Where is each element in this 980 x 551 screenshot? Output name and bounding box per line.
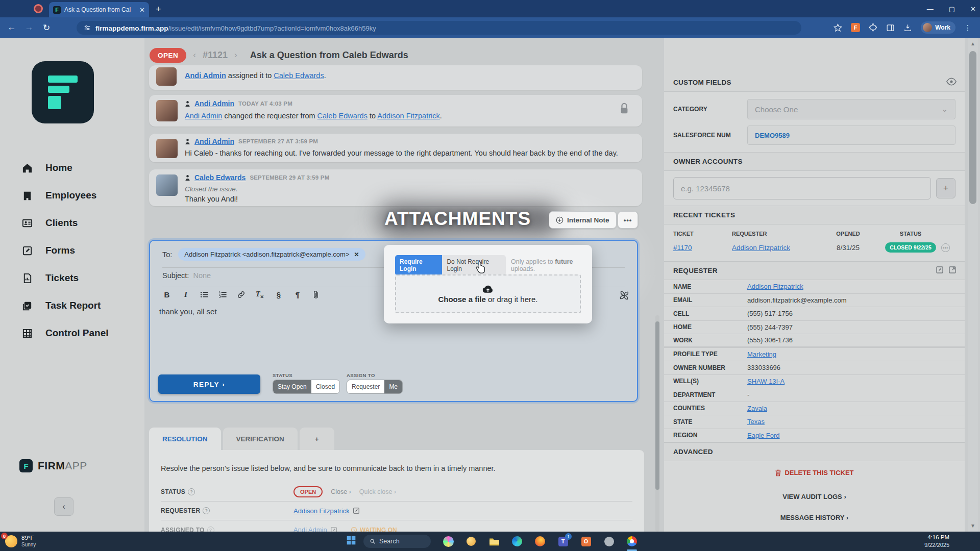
bullet-list-icon[interactable] [200, 291, 209, 298]
window-minimize-button[interactable]: — [927, 5, 934, 13]
paragraph-icon[interactable]: ¶ [293, 290, 302, 299]
site-settings-icon[interactable] [84, 24, 91, 32]
old-requester-link[interactable]: Caleb Edwards [317, 112, 368, 120]
reply-body-input[interactable]: thank you, all set [159, 307, 217, 316]
next-ticket-icon[interactable]: › [234, 50, 237, 60]
start-button[interactable] [346, 535, 356, 547]
target-link[interactable]: Caleb Edwards [274, 71, 324, 80]
italic-icon[interactable]: I [181, 290, 190, 299]
recipient-chip[interactable]: Addison Fitzpatrick <addison.fitzpatrick… [178, 248, 365, 261]
scroll-down-icon[interactable]: ▼ [968, 523, 978, 529]
window-maximize-button[interactable]: ▢ [949, 5, 955, 13]
copilot-icon[interactable] [442, 535, 454, 547]
tab-verification[interactable]: VERIFICATION [223, 428, 298, 450]
bookmark-star-icon[interactable] [834, 23, 842, 32]
prev-ticket-icon[interactable]: ‹ [193, 50, 196, 60]
help-icon[interactable]: ? [188, 488, 195, 495]
new-requester-link[interactable]: Addison Fitzpatrick [377, 112, 440, 120]
edit-box-icon[interactable] [353, 507, 360, 514]
owner-account-input[interactable]: e.g. 12345678 [673, 177, 931, 199]
taskbar-clock[interactable]: 4:16 PM 9/22/2025 [924, 534, 949, 549]
teams-icon[interactable]: T1 [557, 535, 569, 547]
bold-icon[interactable]: B [162, 290, 172, 299]
tab-resolution[interactable]: RESOLUTION [149, 428, 221, 450]
browser-tab[interactable]: F Ask a Question from Caleb Edw ✕ [49, 2, 149, 17]
delete-ticket-button[interactable]: DELETE THIS TICKET [664, 464, 965, 481]
browser-profile-chip[interactable]: Work [921, 21, 955, 34]
link-icon[interactable] [237, 290, 246, 299]
section-icon[interactable]: § [274, 290, 283, 299]
eye-icon[interactable] [946, 78, 957, 86]
settings-app-icon[interactable] [603, 535, 615, 547]
browser-menu-icon[interactable]: ⋮ [964, 23, 972, 32]
view-audit-logs-link[interactable]: VIEW AUDIT LOGS › [664, 488, 965, 505]
do-not-require-login-toggle[interactable]: Do Not Require Login [442, 255, 506, 276]
region-link[interactable]: Eagle Ford [747, 432, 780, 439]
state-link[interactable]: Texas [747, 418, 765, 425]
firefox-icon[interactable] [534, 535, 546, 547]
closed-toggle[interactable]: Closed [311, 380, 339, 393]
reply-button[interactable]: REPLY › [158, 374, 260, 394]
clear-format-icon[interactable]: T✕ [255, 290, 264, 299]
taskbar-search[interactable]: Search [363, 535, 431, 548]
forward-icon[interactable]: → [20, 22, 38, 33]
ticket-row-more-icon[interactable]: ••• [941, 243, 950, 252]
sidebar-item-clients[interactable]: Clients [0, 209, 144, 237]
requester-name-link[interactable]: Addison Fitzpatrick [747, 283, 803, 290]
ticket-link[interactable]: #1170 [673, 244, 732, 252]
attachments-more-button[interactable]: ••• [618, 211, 638, 229]
edit-icon[interactable] [936, 266, 944, 274]
author-link[interactable]: Andi Admin [194, 99, 234, 108]
counties-link[interactable]: Zavala [747, 405, 767, 412]
profile-type-link[interactable]: Marketing [747, 350, 776, 358]
salesforce-input[interactable]: DEMO9589 [747, 126, 955, 145]
author-link[interactable]: Andi Admin [185, 71, 226, 80]
numbered-list-icon[interactable] [218, 291, 227, 298]
firmapp-logo[interactable] [32, 61, 94, 123]
add-owner-account-button[interactable]: + [936, 178, 955, 198]
stay-open-toggle[interactable]: Stay Open [273, 380, 311, 393]
page-scrollbar[interactable]: ▲ ▼ [968, 38, 978, 532]
internal-note-button[interactable]: Internal Note [549, 211, 617, 229]
close-action[interactable]: Close › [331, 488, 351, 495]
download-icon[interactable] [903, 23, 912, 32]
help-icon[interactable]: ? [203, 507, 210, 514]
requester-link[interactable]: Addison Fitzpatrick [293, 507, 350, 515]
side-panel-icon[interactable] [886, 23, 895, 32]
external-link-icon[interactable] [948, 266, 957, 274]
attach-file-icon[interactable] [312, 290, 320, 299]
wells-link[interactable]: SHAW 13I-A [747, 378, 785, 385]
back-icon[interactable]: ← [3, 22, 20, 33]
edge-icon[interactable] [511, 535, 523, 547]
author-link[interactable]: Andi Admin [194, 137, 234, 145]
author-link[interactable]: Andi Admin [185, 112, 222, 120]
category-select[interactable]: Choose One ⌄ [747, 99, 955, 119]
extensions-puzzle-icon[interactable] [869, 23, 877, 32]
sidebar-item-employees[interactable]: Employees [0, 182, 144, 209]
require-login-toggle[interactable]: Require Login [395, 255, 442, 276]
sidebar-item-forms[interactable]: Forms [0, 237, 144, 264]
new-tab-button[interactable]: + [156, 4, 161, 15]
ticket-requester-link[interactable]: Addison Fitzpatrick [732, 244, 816, 252]
tab-close-icon[interactable]: ✕ [139, 6, 145, 14]
sidebar-item-home[interactable]: Home [0, 154, 144, 182]
sidebar-item-task-report[interactable]: Task Report [0, 292, 144, 319]
window-close-button[interactable]: ✕ [970, 5, 976, 13]
sidebar-item-tickets[interactable]: Tickets [0, 264, 144, 292]
pinwheel-icon[interactable] [619, 290, 630, 303]
file-dropzone[interactable]: Choose a file or drag it here. [395, 274, 581, 313]
tab-add[interactable]: + [300, 428, 334, 450]
author-link[interactable]: Caleb Edwards [194, 173, 246, 182]
choose-file-text[interactable]: Choose a file or drag it here. [438, 295, 537, 304]
content-scrollbar-thumb[interactable] [655, 321, 659, 490]
scroll-up-icon[interactable]: ▲ [968, 41, 978, 46]
office-icon[interactable]: O [580, 535, 592, 547]
url-bar[interactable]: firmappdemo.firm.app/issue/edit/ismfvm0h… [77, 21, 801, 35]
subject-input[interactable]: None [193, 271, 211, 280]
quick-close-action[interactable]: Quick close › [359, 488, 396, 495]
file-explorer-icon[interactable] [488, 535, 500, 547]
page-scrollbar-thumb[interactable] [969, 51, 976, 204]
firm-extension-icon[interactable]: F [851, 23, 860, 32]
assign-me-toggle[interactable]: Me [384, 380, 402, 393]
message-history-link[interactable]: MESSAGE HISTORY › [664, 509, 965, 526]
